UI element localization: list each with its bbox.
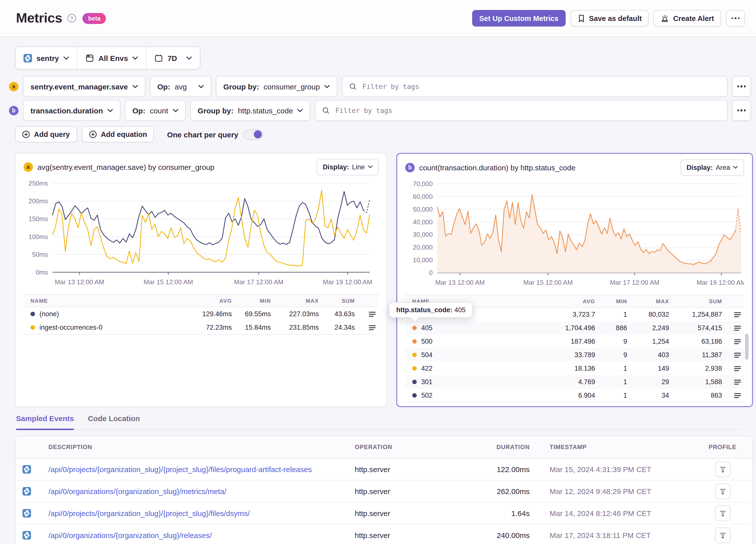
tag-filter-input-a[interactable] xyxy=(361,82,720,91)
ellipsis-icon xyxy=(738,86,746,87)
legend-row[interactable]: (none)129.46ms69.55ms227.03ms43.63s xyxy=(23,307,379,321)
legend-menu-icon[interactable] xyxy=(734,352,741,358)
series-max: 1,254 xyxy=(627,338,669,345)
series-name: 422 xyxy=(421,365,432,372)
series-avg: 3,723.7 xyxy=(536,311,595,318)
setup-custom-metrics-button[interactable]: Set Up Custom Metrics xyxy=(472,10,565,26)
chevron-down-icon xyxy=(132,85,138,88)
time-range-selector[interactable]: 7D xyxy=(146,47,200,69)
legend-row[interactable]: 500187.49691,25463,186 xyxy=(405,335,744,348)
add-query-button[interactable]: Add query xyxy=(15,126,77,142)
chevron-down-icon xyxy=(187,56,192,60)
tab-code-location[interactable]: Code Location xyxy=(88,414,140,429)
one-chart-per-query-toggle[interactable] xyxy=(243,129,263,140)
legend-menu-icon[interactable] xyxy=(734,325,741,331)
series-avg: 72.23ms xyxy=(182,324,232,331)
legend-row[interactable]: ingest-occurrences-072.23ms15.84ms231.85… xyxy=(23,321,379,334)
series-max: 34 xyxy=(627,392,669,399)
profile-button[interactable] xyxy=(715,462,730,477)
legend-menu-icon[interactable] xyxy=(369,324,376,330)
series-max: 2,249 xyxy=(627,324,669,332)
event-description-link[interactable]: /api/0/organizations/{organization_slug}… xyxy=(48,531,355,540)
profile-icon xyxy=(719,532,726,539)
query-more-button-a[interactable] xyxy=(732,76,751,97)
tab-sampled-events[interactable]: Sampled Events xyxy=(16,414,74,429)
svg-text:Mar 17 12:00 AM: Mar 17 12:00 AM xyxy=(610,279,659,286)
legend-menu-icon[interactable] xyxy=(734,311,741,317)
profile-button[interactable] xyxy=(715,528,730,543)
series-min: 1 xyxy=(595,378,627,386)
profile-icon xyxy=(719,510,726,517)
legend-scrollbar[interactable] xyxy=(745,334,749,360)
series-name: 500 xyxy=(421,338,432,345)
legend-row[interactable]: 50433.789940311,387 xyxy=(405,348,744,362)
add-equation-button[interactable]: Add equation xyxy=(82,126,154,142)
environment-icon xyxy=(85,54,94,62)
legend-menu-icon[interactable] xyxy=(734,392,741,398)
metric-select-a[interactable]: sentry.event_manager.save xyxy=(23,76,145,97)
op-select-a[interactable]: Op: avg xyxy=(150,76,211,97)
series-color-dot xyxy=(412,339,417,344)
line-chart-a[interactable]: 0ms50ms100ms150ms200ms250msMar 13 12:00 … xyxy=(23,177,379,288)
tag-filter-input-b[interactable] xyxy=(335,106,720,115)
legend-menu-icon[interactable] xyxy=(734,338,741,344)
svg-text:10,000: 10,000 xyxy=(413,256,433,264)
metric-select-b[interactable]: transaction.duration xyxy=(23,100,120,121)
series-sum: 24.34s xyxy=(319,324,355,331)
chevron-down-icon xyxy=(324,85,330,88)
series-min: 15.84ms xyxy=(232,324,271,331)
svg-text:40,000: 40,000 xyxy=(413,218,433,226)
tag-filter-a[interactable] xyxy=(342,76,728,97)
legend-menu-icon[interactable] xyxy=(369,311,376,317)
profile-button[interactable] xyxy=(715,506,730,521)
display-select-a[interactable]: Display: Line xyxy=(317,159,379,175)
legend-row[interactable]: 3014.7691291,588 xyxy=(405,375,744,389)
profile-icon xyxy=(719,466,726,473)
legend-row[interactable]: 42218.13611492,938 xyxy=(405,362,744,375)
event-description-link[interactable]: /api/0/projects/{organization_slug}/{pro… xyxy=(48,509,355,518)
save-as-default-button[interactable]: Save as default xyxy=(571,10,649,26)
series-min: 1 xyxy=(595,311,627,318)
svg-text:150ms: 150ms xyxy=(28,215,48,223)
more-options-button[interactable] xyxy=(726,10,745,26)
svg-text:70,000: 70,000 xyxy=(413,180,433,188)
legend-row[interactable]: 5026.904134863 xyxy=(405,389,744,402)
series-color-dot xyxy=(412,380,417,384)
event-row: /api/0/organizations/{organization_slug}… xyxy=(15,525,753,544)
chart-legend-a: NAMEAVGMINMAXSUM(none)129.46ms69.55ms227… xyxy=(23,294,379,335)
display-select-b[interactable]: Display: Area xyxy=(681,159,744,176)
series-name: (none) xyxy=(39,310,59,318)
create-alert-button[interactable]: Create Alert xyxy=(654,10,721,26)
tag-filter-b[interactable] xyxy=(315,100,728,121)
series-name: 301 xyxy=(421,378,432,386)
op-select-b[interactable]: Op: count xyxy=(125,100,186,121)
svg-text:Mar 17 12:00 AM: Mar 17 12:00 AM xyxy=(234,278,284,286)
chart-card-b: b count(transaction.duration) by http.st… xyxy=(396,153,753,407)
environment-selector[interactable]: All Envs xyxy=(77,47,146,69)
profile-button[interactable] xyxy=(715,484,730,499)
chevron-down-icon xyxy=(63,56,69,60)
help-icon[interactable]: ? xyxy=(67,13,77,23)
query-row-b: b transaction.duration Op: count Group b… xyxy=(9,100,751,121)
event-description-link[interactable]: /api/0/projects/{organization_slug}/{pro… xyxy=(48,465,355,474)
legend-row[interactable]: 4051,704.4968862,249574,415 xyxy=(405,321,744,335)
svg-text:Mar 15 12:00 AM: Mar 15 12:00 AM xyxy=(144,278,193,286)
groupby-select-a[interactable]: Group by: consumer_group xyxy=(216,76,338,97)
project-selector[interactable]: sentry xyxy=(15,47,77,69)
profile-icon xyxy=(719,488,726,495)
legend-menu-icon[interactable] xyxy=(734,379,741,385)
event-timestamp: Mar 12, 2024 9:48:29 PM CET xyxy=(550,487,700,496)
svg-text:60,000: 60,000 xyxy=(413,193,433,200)
svg-text:0ms: 0ms xyxy=(36,269,48,276)
series-avg: 33.789 xyxy=(536,351,595,359)
search-icon xyxy=(349,83,357,90)
event-platform-icon xyxy=(22,487,48,496)
svg-text:250ms: 250ms xyxy=(28,180,48,187)
query-more-button-b[interactable] xyxy=(732,100,751,121)
chart-title-a: avg(sentry.event_manager.save) by consum… xyxy=(37,163,214,171)
area-chart-b[interactable]: 010,00020,00030,00040,00050,00060,00070,… xyxy=(405,178,744,289)
events-table-header: DESCRIPTION OPERATION DURATION TIMESTAMP… xyxy=(15,436,753,459)
groupby-select-b[interactable]: Group by: http.status_code xyxy=(190,100,311,121)
legend-menu-icon[interactable] xyxy=(734,365,741,371)
event-description-link[interactable]: /api/0/organizations/{organization_slug}… xyxy=(48,487,355,496)
